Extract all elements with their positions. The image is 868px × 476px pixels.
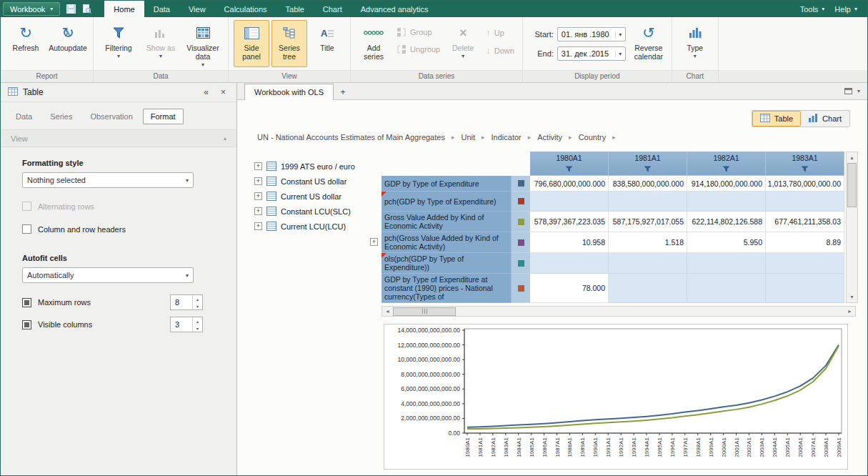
help-menu[interactable]: Help ▾ <box>834 5 857 14</box>
chart-type-button[interactable]: Type ▾ <box>677 20 713 67</box>
autoupdate-button[interactable]: ↻A Autoupdate <box>48 20 88 67</box>
breadcrumb-item[interactable]: Activity <box>537 133 562 142</box>
spin-up-icon[interactable]: ▴ <box>193 295 202 302</box>
table-cell[interactable] <box>766 192 844 212</box>
column-header[interactable]: 1982A1 <box>687 152 766 176</box>
end-date-dropdown[interactable]: 31. дек .2015 ▾ <box>557 46 626 61</box>
breadcrumb-item[interactable]: Unit <box>461 133 475 142</box>
panel-tab-series[interactable]: Series <box>42 109 80 124</box>
column-filter-icon[interactable] <box>644 165 652 174</box>
menu-tab-data[interactable]: Data <box>144 1 179 17</box>
new-tab-button[interactable]: + <box>334 84 352 99</box>
row-header[interactable]: Gross Value Added by Kind of Economic Ac… <box>381 212 512 232</box>
table-cell[interactable]: 587,175,927,017.055 <box>609 212 687 232</box>
delete-button[interactable]: × Delete ▾ <box>445 20 481 67</box>
table-cell[interactable]: 1.518 <box>609 232 687 253</box>
panel-tab-format[interactable]: Format <box>143 109 184 124</box>
visible-columns-checkbox[interactable] <box>22 320 31 329</box>
tree-item[interactable]: +1999 ATS euro / euro <box>254 162 370 171</box>
row-header[interactable]: pch(GDP by Type of Expenditure) <box>381 192 512 212</box>
series-tree-toggle-button[interactable]: Series tree <box>271 20 307 67</box>
group-button[interactable]: Group <box>396 27 440 37</box>
visualizer-data-button[interactable]: Visualizer data ▾ <box>183 20 223 70</box>
menu-tab-table[interactable]: Table <box>276 1 314 17</box>
show-as-button[interactable]: Show as ▾ <box>141 20 181 67</box>
print-preview-icon[interactable] <box>79 1 94 17</box>
collapse-panel-icon[interactable]: « <box>200 87 212 97</box>
table-cell[interactable] <box>530 253 609 274</box>
tree-expand-icon[interactable]: + <box>254 177 262 185</box>
tree-item[interactable]: +Constant LCU(SLC) <box>254 207 370 216</box>
spin-down-icon[interactable]: ▾ <box>193 324 202 332</box>
caret-down-icon[interactable]: ▾ <box>857 88 860 94</box>
breadcrumb-item[interactable]: Country <box>579 133 607 142</box>
row-header[interactable]: pch(Gross Value Added by Kind of Economi… <box>381 232 512 253</box>
panel-tab-data[interactable]: Data <box>8 109 40 124</box>
tree-item[interactable]: +Current LCU(LCU) <box>254 222 370 231</box>
table-cell[interactable]: 796,680,000,000.000 <box>530 176 609 192</box>
close-panel-icon[interactable]: × <box>217 87 229 97</box>
tree-expand-icon[interactable]: + <box>254 192 262 200</box>
table-cell[interactable] <box>766 274 844 303</box>
tools-menu[interactable]: Tools ▾ <box>800 5 825 14</box>
maximum-rows-stepper[interactable]: 8 ▴▾ <box>170 294 203 310</box>
chart-view-toggle[interactable]: Chart <box>801 111 849 127</box>
column-header[interactable]: 1981A1 <box>609 152 687 176</box>
tree-item[interactable]: +Current US dollar <box>254 192 370 201</box>
column-header[interactable]: 1980A1 <box>530 152 609 176</box>
tree-item[interactable]: +Constant US dollar <box>254 177 370 186</box>
panel-tab-observation[interactable]: Observation <box>82 109 140 124</box>
horizontal-scrollbar[interactable]: ◄ ► <box>381 306 856 317</box>
add-series-button[interactable]: Add series <box>356 20 391 67</box>
table-cell[interactable]: 5.950 <box>687 232 766 253</box>
maximum-rows-checkbox[interactable] <box>22 298 31 307</box>
column-filter-icon[interactable] <box>801 165 809 174</box>
menu-tab-advanced-analytics[interactable]: Advanced analytics <box>351 1 438 17</box>
column-header[interactable]: 1983A1 <box>766 152 844 176</box>
spin-up-icon[interactable]: ▴ <box>193 317 202 324</box>
menu-tab-chart[interactable]: Chart <box>314 1 351 17</box>
scroll-right-icon[interactable]: ► <box>844 309 855 314</box>
move-up-button[interactable]: ↑ Up <box>486 27 514 38</box>
view-section-header[interactable]: View ▴ <box>1 129 236 147</box>
workbook-menu-button[interactable]: Workbook ▾ <box>3 2 60 16</box>
table-cell[interactable]: 78.000 <box>530 274 609 303</box>
autofit-cells-select[interactable]: Automatically ▾ <box>22 267 194 283</box>
breadcrumb-item[interactable]: UN - National Accounts Estimates of Main… <box>257 133 445 142</box>
side-panel-toggle-button[interactable]: Side panel <box>234 20 269 67</box>
scroll-left-icon[interactable]: ◄ <box>382 309 393 314</box>
row-header[interactable]: GDP by Type of Expenditure <box>381 176 512 192</box>
horizontal-scroll-thumb[interactable] <box>393 307 456 316</box>
menu-tab-calculations[interactable]: Calculations <box>215 1 276 17</box>
table-cell[interactable] <box>766 253 844 274</box>
tree-expand-icon[interactable]: + <box>254 222 262 230</box>
table-cell[interactable] <box>687 253 766 274</box>
ungroup-button[interactable]: Ungroup <box>396 44 440 54</box>
breadcrumb-item[interactable]: Indicator <box>492 133 522 142</box>
row-expand-icon[interactable]: + <box>370 238 378 246</box>
spin-down-icon[interactable]: ▾ <box>193 302 202 309</box>
table-cell[interactable] <box>609 274 687 303</box>
move-down-button[interactable]: ↓ Down <box>486 45 514 56</box>
title-button[interactable]: A Title <box>309 20 345 67</box>
table-cell[interactable] <box>687 274 766 303</box>
alternating-rows-checkbox[interactable] <box>22 202 31 211</box>
refresh-button[interactable]: ↻ Refresh <box>6 20 46 67</box>
save-icon[interactable] <box>63 1 79 17</box>
filtering-button[interactable]: Filtering ▾ <box>99 20 139 67</box>
tree-expand-icon[interactable]: + <box>254 207 262 215</box>
table-cell[interactable]: 1,013,780,000,000.00 <box>766 176 844 192</box>
vertical-scrollbar[interactable]: ▲ ▼ <box>846 152 858 303</box>
menu-tab-home[interactable]: Home <box>104 1 144 17</box>
table-cell[interactable]: 677,461,211,358.03 <box>766 212 844 232</box>
table-cell[interactable]: 578,397,367,223.035 <box>530 212 609 232</box>
table-cell[interactable] <box>687 192 766 212</box>
visible-columns-stepper[interactable]: 3 ▴▾ <box>170 317 203 332</box>
column-row-headers-checkbox[interactable] <box>22 224 31 234</box>
table-view-toggle[interactable]: Table <box>752 111 801 127</box>
column-filter-icon[interactable] <box>565 165 573 174</box>
window-restore-icon[interactable] <box>844 88 852 94</box>
table-cell[interactable] <box>609 253 687 274</box>
document-tab[interactable]: Workbook with OLS <box>244 84 334 100</box>
table-cell[interactable] <box>530 192 609 212</box>
